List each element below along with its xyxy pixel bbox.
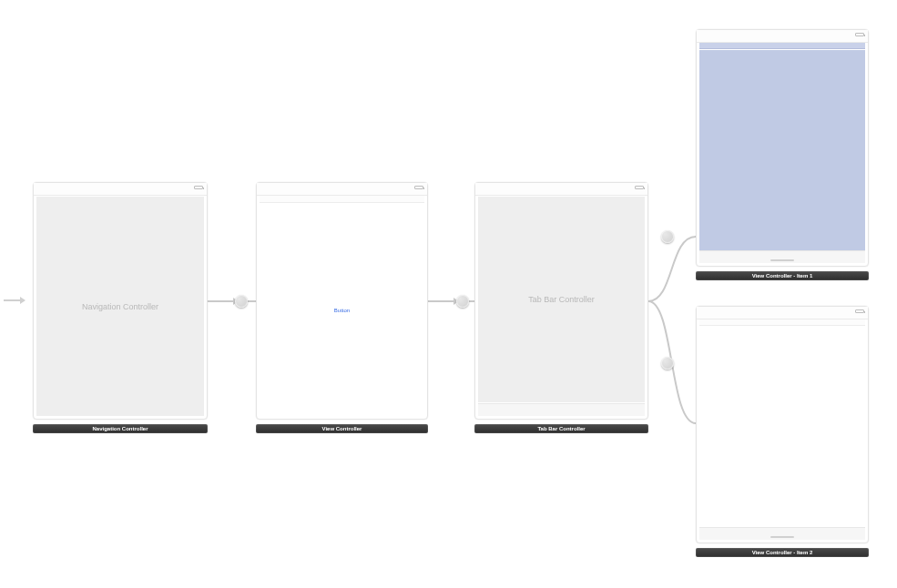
scene-title-view-controller-item-1: View Controller - Item 1 xyxy=(696,271,869,280)
status-bar xyxy=(257,183,427,196)
scene-navigation-controller[interactable]: Navigation Controller xyxy=(33,182,208,420)
scene-view-controller-item-2[interactable] xyxy=(696,306,869,543)
scene-title-tab-bar-controller: Tab Bar Controller xyxy=(474,424,648,433)
scene-view-controller[interactable]: Button xyxy=(256,182,428,420)
scene-view-controller-item-1[interactable] xyxy=(696,29,869,267)
home-indicator xyxy=(770,536,794,538)
battery-icon xyxy=(635,186,644,189)
button[interactable]: Button xyxy=(334,308,350,313)
scene-title-view-controller: View Controller xyxy=(256,424,428,433)
placeholder-label: Navigation Controller xyxy=(82,302,158,311)
battery-icon xyxy=(414,186,423,189)
scene-tab-bar-controller[interactable]: Tab Bar Controller xyxy=(474,182,648,420)
navigation-bar[interactable] xyxy=(260,196,424,203)
battery-icon xyxy=(194,186,203,189)
tab-bar[interactable] xyxy=(478,403,645,416)
scene-title-view-controller-item-2: View Controller - Item 2 xyxy=(696,548,869,557)
segue-show[interactable] xyxy=(456,295,469,308)
navigation-bar[interactable] xyxy=(699,319,865,326)
status-bar xyxy=(697,30,868,43)
battery-icon xyxy=(855,33,864,36)
scene-title-navigation-controller: Navigation Controller xyxy=(33,424,208,433)
navigation-bar[interactable] xyxy=(699,43,865,49)
segue-root-view-controller[interactable] xyxy=(235,295,248,308)
segue-relationship-item-2[interactable] xyxy=(661,357,674,370)
battery-icon xyxy=(855,309,864,313)
initial-view-controller-arrow[interactable] xyxy=(4,297,25,304)
status-bar xyxy=(34,183,207,196)
home-indicator xyxy=(770,259,794,261)
status-bar xyxy=(475,183,647,196)
segue-relationship-item-1[interactable] xyxy=(661,230,674,243)
placeholder-label: Tab Bar Controller xyxy=(528,295,595,304)
status-bar xyxy=(697,307,868,319)
